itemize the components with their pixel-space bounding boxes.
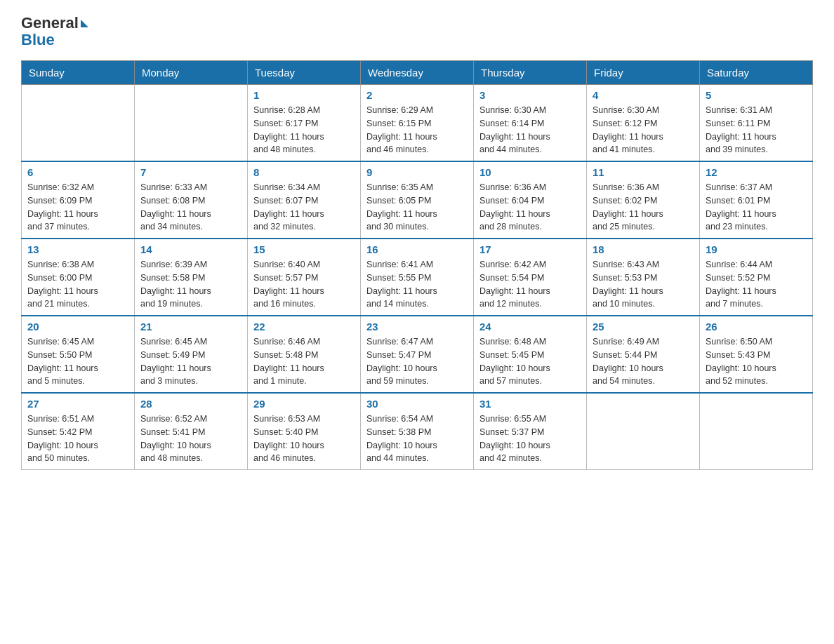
- day-number: 10: [479, 166, 581, 178]
- calendar-week-row: 6Sunrise: 6:32 AMSunset: 6:09 PMDaylight…: [22, 161, 813, 239]
- day-number: 18: [593, 243, 694, 255]
- calendar-cell: 14Sunrise: 6:39 AMSunset: 5:58 PMDayligh…: [135, 239, 248, 316]
- calendar-cell: 15Sunrise: 6:40 AMSunset: 5:57 PMDayligh…: [248, 239, 361, 316]
- day-number: 24: [479, 321, 581, 333]
- day-info: Sunrise: 6:33 AMSunset: 6:08 PMDaylight:…: [140, 181, 241, 234]
- calendar-cell: 1Sunrise: 6:28 AMSunset: 6:17 PMDaylight…: [248, 85, 361, 162]
- day-info: Sunrise: 6:49 AMSunset: 5:44 PMDaylight:…: [593, 335, 694, 388]
- calendar-cell: 2Sunrise: 6:29 AMSunset: 6:15 PMDaylight…: [361, 85, 474, 162]
- calendar-cell: 3Sunrise: 6:30 AMSunset: 6:14 PMDaylight…: [474, 85, 587, 162]
- day-number: 9: [366, 166, 468, 178]
- day-number: 7: [140, 166, 241, 178]
- day-info: Sunrise: 6:32 AMSunset: 6:09 PMDaylight:…: [27, 181, 128, 234]
- day-number: 13: [27, 243, 128, 255]
- day-number: 28: [140, 398, 241, 410]
- day-info: Sunrise: 6:37 AMSunset: 6:01 PMDaylight:…: [706, 181, 807, 234]
- logo-row2: Blue: [21, 31, 88, 49]
- day-info: Sunrise: 6:45 AMSunset: 5:50 PMDaylight:…: [27, 335, 128, 388]
- calendar-cell: 12Sunrise: 6:37 AMSunset: 6:01 PMDayligh…: [700, 161, 813, 239]
- day-info: Sunrise: 6:42 AMSunset: 5:54 PMDaylight:…: [479, 258, 581, 311]
- calendar-cell: 8Sunrise: 6:34 AMSunset: 6:07 PMDaylight…: [248, 161, 361, 239]
- calendar-cell: 27Sunrise: 6:51 AMSunset: 5:42 PMDayligh…: [22, 393, 135, 470]
- day-info: Sunrise: 6:34 AMSunset: 6:07 PMDaylight:…: [253, 181, 355, 234]
- day-info: Sunrise: 6:30 AMSunset: 6:14 PMDaylight:…: [479, 104, 581, 156]
- calendar-cell: [135, 85, 248, 162]
- day-number: 4: [593, 89, 694, 101]
- day-info: Sunrise: 6:55 AMSunset: 5:37 PMDaylight:…: [479, 412, 581, 465]
- weekday-header-thursday: Thursday: [474, 61, 587, 85]
- calendar-cell: 26Sunrise: 6:50 AMSunset: 5:43 PMDayligh…: [700, 316, 813, 393]
- logo-general-text: General: [21, 14, 79, 32]
- day-number: 1: [253, 89, 355, 101]
- calendar-cell: 28Sunrise: 6:52 AMSunset: 5:41 PMDayligh…: [135, 393, 248, 470]
- day-number: 14: [140, 243, 241, 255]
- calendar-cell: 5Sunrise: 6:31 AMSunset: 6:11 PMDaylight…: [700, 85, 813, 162]
- day-info: Sunrise: 6:39 AMSunset: 5:58 PMDaylight:…: [140, 258, 241, 311]
- weekday-header-sunday: Sunday: [22, 61, 135, 85]
- calendar-cell: [22, 85, 135, 162]
- day-info: Sunrise: 6:51 AMSunset: 5:42 PMDaylight:…: [27, 412, 128, 465]
- day-number: 12: [706, 166, 807, 178]
- weekday-header-tuesday: Tuesday: [248, 61, 361, 85]
- calendar-cell: 10Sunrise: 6:36 AMSunset: 6:04 PMDayligh…: [474, 161, 587, 239]
- day-info: Sunrise: 6:52 AMSunset: 5:41 PMDaylight:…: [140, 412, 241, 465]
- logo-blue-text: Blue: [21, 31, 55, 48]
- day-number: 30: [366, 398, 468, 410]
- day-info: Sunrise: 6:53 AMSunset: 5:40 PMDaylight:…: [253, 412, 355, 465]
- day-number: 22: [253, 321, 355, 333]
- day-info: Sunrise: 6:36 AMSunset: 6:04 PMDaylight:…: [479, 181, 581, 234]
- calendar-cell: 22Sunrise: 6:46 AMSunset: 5:48 PMDayligh…: [248, 316, 361, 393]
- logo-container: General Blue: [21, 14, 88, 49]
- day-number: 23: [366, 321, 468, 333]
- day-info: Sunrise: 6:29 AMSunset: 6:15 PMDaylight:…: [366, 104, 468, 156]
- calendar-cell: 31Sunrise: 6:55 AMSunset: 5:37 PMDayligh…: [474, 393, 587, 470]
- calendar-cell: [700, 393, 813, 470]
- calendar-cell: 19Sunrise: 6:44 AMSunset: 5:52 PMDayligh…: [700, 239, 813, 316]
- calendar-cell: 17Sunrise: 6:42 AMSunset: 5:54 PMDayligh…: [474, 239, 587, 316]
- day-info: Sunrise: 6:43 AMSunset: 5:53 PMDaylight:…: [593, 258, 694, 311]
- day-info: Sunrise: 6:41 AMSunset: 5:55 PMDaylight:…: [366, 258, 468, 311]
- calendar-cell: 23Sunrise: 6:47 AMSunset: 5:47 PMDayligh…: [361, 316, 474, 393]
- calendar-cell: 30Sunrise: 6:54 AMSunset: 5:38 PMDayligh…: [361, 393, 474, 470]
- weekday-header-friday: Friday: [587, 61, 700, 85]
- calendar-table: SundayMondayTuesdayWednesdayThursdayFrid…: [21, 60, 813, 470]
- calendar-cell: 11Sunrise: 6:36 AMSunset: 6:02 PMDayligh…: [587, 161, 700, 239]
- calendar-cell: 6Sunrise: 6:32 AMSunset: 6:09 PMDaylight…: [22, 161, 135, 239]
- calendar-cell: 9Sunrise: 6:35 AMSunset: 6:05 PMDaylight…: [361, 161, 474, 239]
- calendar-week-row: 27Sunrise: 6:51 AMSunset: 5:42 PMDayligh…: [22, 393, 813, 470]
- calendar-cell: 25Sunrise: 6:49 AMSunset: 5:44 PMDayligh…: [587, 316, 700, 393]
- day-number: 29: [253, 398, 355, 410]
- day-info: Sunrise: 6:38 AMSunset: 6:00 PMDaylight:…: [27, 258, 128, 311]
- logo: General Blue: [21, 14, 88, 49]
- day-info: Sunrise: 6:44 AMSunset: 5:52 PMDaylight:…: [706, 258, 807, 311]
- day-number: 3: [479, 89, 581, 101]
- day-number: 21: [140, 321, 241, 333]
- calendar-cell: 7Sunrise: 6:33 AMSunset: 6:08 PMDaylight…: [135, 161, 248, 239]
- calendar-cell: 29Sunrise: 6:53 AMSunset: 5:40 PMDayligh…: [248, 393, 361, 470]
- day-info: Sunrise: 6:47 AMSunset: 5:47 PMDaylight:…: [366, 335, 468, 388]
- day-info: Sunrise: 6:35 AMSunset: 6:05 PMDaylight:…: [366, 181, 468, 234]
- day-info: Sunrise: 6:31 AMSunset: 6:11 PMDaylight:…: [706, 104, 807, 156]
- day-number: 31: [479, 398, 581, 410]
- calendar-cell: 24Sunrise: 6:48 AMSunset: 5:45 PMDayligh…: [474, 316, 587, 393]
- day-number: 16: [366, 243, 468, 255]
- day-info: Sunrise: 6:36 AMSunset: 6:02 PMDaylight:…: [593, 181, 694, 234]
- weekday-header-wednesday: Wednesday: [361, 61, 474, 85]
- calendar-week-row: 13Sunrise: 6:38 AMSunset: 6:00 PMDayligh…: [22, 239, 813, 316]
- calendar-cell: 21Sunrise: 6:45 AMSunset: 5:49 PMDayligh…: [135, 316, 248, 393]
- day-info: Sunrise: 6:50 AMSunset: 5:43 PMDaylight:…: [706, 335, 807, 388]
- page-header: General Blue: [21, 14, 813, 49]
- calendar-cell: 4Sunrise: 6:30 AMSunset: 6:12 PMDaylight…: [587, 85, 700, 162]
- day-info: Sunrise: 6:45 AMSunset: 5:49 PMDaylight:…: [140, 335, 241, 388]
- day-number: 11: [593, 166, 694, 178]
- day-info: Sunrise: 6:48 AMSunset: 5:45 PMDaylight:…: [479, 335, 581, 388]
- day-number: 20: [27, 321, 128, 333]
- day-info: Sunrise: 6:40 AMSunset: 5:57 PMDaylight:…: [253, 258, 355, 311]
- day-number: 8: [253, 166, 355, 178]
- calendar-cell: 20Sunrise: 6:45 AMSunset: 5:50 PMDayligh…: [22, 316, 135, 393]
- day-number: 17: [479, 243, 581, 255]
- day-number: 15: [253, 243, 355, 255]
- weekday-header-saturday: Saturday: [700, 61, 813, 85]
- calendar-week-row: 20Sunrise: 6:45 AMSunset: 5:50 PMDayligh…: [22, 316, 813, 393]
- calendar-week-row: 1Sunrise: 6:28 AMSunset: 6:17 PMDaylight…: [22, 85, 813, 162]
